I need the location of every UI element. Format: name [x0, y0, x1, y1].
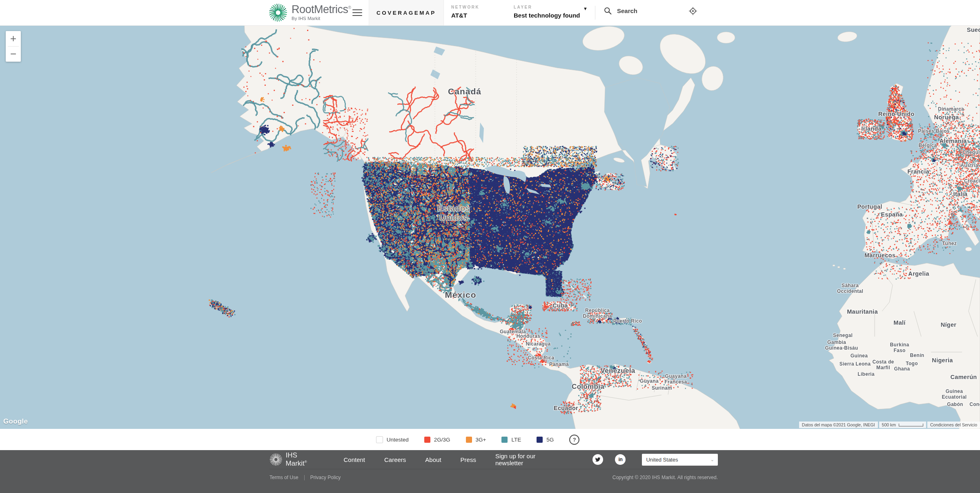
- country-select[interactable]: United States ⌄: [642, 454, 718, 466]
- network-selector[interactable]: NETWORK AT&T: [451, 5, 479, 19]
- select-chevron-icon: ⌄: [710, 457, 714, 462]
- country-select-value: United States: [646, 457, 678, 463]
- legend-item-3g-: 3G+: [466, 437, 486, 443]
- legend-label: 2G/3G: [434, 437, 450, 443]
- footer-link-press[interactable]: Press: [461, 456, 476, 463]
- coverage-overlay: [0, 25, 980, 429]
- map-data-credit: Datos del mapa ©2021 Google, INEGI: [799, 422, 878, 428]
- zoom-in-button[interactable]: +: [6, 31, 21, 46]
- ihs-markit-spiral-icon: [270, 453, 283, 466]
- footer-main-row: IHS Markit® ContentCareersAboutPressSign…: [270, 450, 718, 469]
- legend-label: Untested: [387, 437, 409, 443]
- ihs-markit-name: IHS Markit®: [286, 451, 320, 468]
- legend-bar: Untested2G/3G3G+LTE5G?: [0, 429, 980, 450]
- twitter-icon[interactable]: [592, 454, 603, 465]
- legend-label: 3G+: [476, 437, 486, 443]
- search-input[interactable]: [616, 7, 679, 15]
- footer-link-about[interactable]: About: [425, 456, 441, 463]
- header-divider: [595, 6, 595, 20]
- network-value: AT&T: [451, 12, 479, 19]
- footer-link-sign-up-for-our-newsletter[interactable]: Sign up for our newsletter: [495, 453, 562, 466]
- footer-sub-row: Terms of UsePrivacy Policy Copyright © 2…: [270, 469, 718, 480]
- app-header: RootMetrics® By IHS Markit COVERAGEMAP N…: [0, 0, 980, 26]
- map-scale: 500 km: [879, 422, 926, 428]
- legend-item-2g-3g: 2G/3G: [424, 437, 450, 443]
- my-location-icon[interactable]: [688, 7, 697, 16]
- legend-items: Untested2G/3G3G+LTE5G?: [376, 435, 580, 445]
- terms-of-service-link[interactable]: Condiciones del Servicio: [927, 422, 980, 428]
- legend-label: LTE: [511, 437, 521, 443]
- copyright: Copyright © 2020 IHS Markit. All rights …: [612, 475, 718, 480]
- layer-value: Best technology found: [514, 12, 580, 19]
- legend-swatch: [466, 437, 472, 443]
- search-icon: [604, 7, 612, 15]
- search-area: [604, 7, 679, 15]
- linkedin-icon[interactable]: in: [615, 454, 626, 465]
- legend-label: 5G: [546, 437, 554, 443]
- legend-item-5g: 5G: [537, 437, 554, 443]
- footer-links: ContentCareersAboutPressSign up for our …: [343, 453, 581, 466]
- rootmetrics-spiral-icon: [269, 3, 287, 22]
- legal-link-privacy-policy[interactable]: Privacy Policy: [310, 475, 341, 480]
- legend-item-lte: LTE: [501, 437, 521, 443]
- ihs-markit-logo[interactable]: IHS Markit®: [270, 451, 320, 468]
- network-label: NETWORK: [451, 5, 479, 9]
- menu-icon[interactable]: [352, 9, 362, 16]
- zoom-out-button[interactable]: −: [6, 47, 21, 62]
- map-viewport[interactable]: CanadáEstados UnidosMéxicoCubaRepública …: [0, 25, 980, 429]
- zoom-control: + −: [6, 31, 21, 62]
- legal-link-terms-of-use[interactable]: Terms of Use: [270, 475, 298, 480]
- rootmetrics-logo[interactable]: RootMetrics® By IHS Markit: [269, 3, 351, 22]
- scale-bar: [899, 424, 923, 426]
- layer-selector[interactable]: LAYER Best technology found: [514, 5, 580, 19]
- legend-swatch: [537, 437, 543, 443]
- tab-coveragemap[interactable]: COVERAGEMAP: [369, 0, 444, 25]
- footer-link-careers[interactable]: Careers: [384, 456, 406, 463]
- legend-item-untested: Untested: [376, 436, 409, 443]
- help-icon[interactable]: ?: [569, 435, 579, 445]
- brand-tagline: By IHS Markit: [292, 16, 351, 21]
- legend-swatch: [501, 437, 508, 443]
- brand-name: RootMetrics®: [292, 4, 351, 15]
- footer-link-content[interactable]: Content: [343, 456, 365, 463]
- footer: IHS Markit® ContentCareersAboutPressSign…: [0, 450, 980, 493]
- layer-label: LAYER: [514, 5, 580, 9]
- legal-links: Terms of UsePrivacy Policy: [270, 475, 341, 480]
- google-logo[interactable]: Google: [3, 417, 28, 426]
- footer-social: in: [581, 454, 626, 465]
- legend-swatch: [376, 436, 383, 443]
- chevron-down-icon[interactable]: ▼: [583, 6, 588, 11]
- map-attribution: Datos del mapa ©2021 Google, INEGI 500 k…: [798, 422, 980, 428]
- legend-swatch: [424, 437, 430, 443]
